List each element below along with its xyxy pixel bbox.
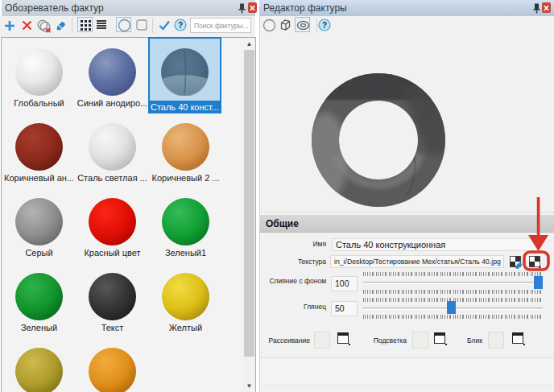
svg-text:?: ?	[178, 21, 183, 30]
svg-text:?: ?	[322, 21, 327, 30]
